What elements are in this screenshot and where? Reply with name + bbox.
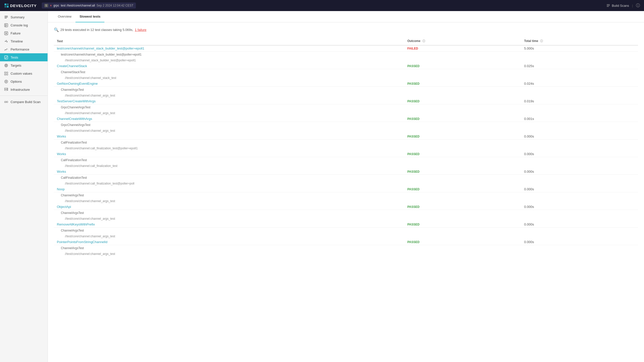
svg-point-34 xyxy=(7,90,8,90)
test-class: GrpcChannelArgsTest xyxy=(57,106,90,109)
test-name-link[interactable]: Works xyxy=(57,152,66,156)
outcome-cell: PASSED xyxy=(404,98,521,104)
outcome-cell: PASSED xyxy=(404,221,521,228)
table-row: WorksPASSED0.000s xyxy=(54,169,638,175)
outcome-info-icon[interactable]: ⓘ xyxy=(422,39,425,43)
sidebar-item-infrastructure[interactable]: Infrastructure xyxy=(0,85,48,94)
table-row-path: //test/core/channel:channel_args_test xyxy=(54,216,638,221)
summary-icon xyxy=(4,15,8,19)
test-class-cell: ChannelStackTest xyxy=(54,69,638,75)
sidebar-item-failure[interactable]: Failure xyxy=(0,29,48,37)
tab-count: 5 xyxy=(44,4,48,7)
failure-link[interactable]: 1 failure xyxy=(135,28,146,32)
time-cell: 5.000s xyxy=(521,45,638,52)
test-name-link[interactable]: RemoveAllKeysWithPrefix xyxy=(57,222,95,226)
test-name-link[interactable]: Noop xyxy=(57,187,65,191)
table-row: test/core/channel/channel_stack_builder_… xyxy=(54,45,638,52)
table-row: ChannelCreateWithArgsPASSED0.001s xyxy=(54,116,638,122)
sidebar-label-tests: Tests xyxy=(11,56,18,59)
svg-point-30 xyxy=(6,81,7,82)
sidebar-item-options[interactable]: Options xyxy=(0,77,48,85)
sidebar-item-console-log[interactable]: Console log xyxy=(0,21,48,29)
test-name-cell: test/core/channel/channel_stack_builder_… xyxy=(54,45,404,52)
svg-point-19 xyxy=(6,40,7,41)
outcome-cell: PASSED xyxy=(404,133,521,140)
outcome-cell: PASSED xyxy=(404,151,521,157)
sidebar-item-timeline[interactable]: Timeline xyxy=(0,37,48,45)
test-name-link[interactable]: TestServerCreateWithArgs xyxy=(57,99,96,103)
test-name-cell: CreateChannelStack xyxy=(54,63,404,69)
sidebar-item-targets[interactable]: Targets xyxy=(0,61,48,69)
test-class-cell: ChannelArgsTest xyxy=(54,192,638,198)
svg-rect-8 xyxy=(5,17,8,17)
test-path: //test/core/channel_stack_builder_test@p… xyxy=(57,59,136,62)
tab-overview[interactable]: Overview xyxy=(54,11,75,22)
test-name-link[interactable]: Works xyxy=(57,134,66,138)
test-name-link[interactable]: test/core/channel/channel_stack_builder_… xyxy=(57,47,144,50)
svg-point-36 xyxy=(6,101,8,103)
tab-close-icon[interactable]: × xyxy=(50,4,52,8)
table-row-path: //test/core/channel:call_finalization_te… xyxy=(54,163,638,169)
table-row-class: ChannelStackTest xyxy=(54,69,638,75)
table-row: ObjectApiPASSED0.000s xyxy=(54,204,638,210)
test-table: Test Outcome ⓘ Total time ⓘ test/core/ch… xyxy=(54,37,638,257)
svg-point-18 xyxy=(5,41,6,42)
sidebar-item-custom-values[interactable]: Custom values xyxy=(0,69,48,77)
test-path: //test/core/channel:channel_args_test xyxy=(57,217,115,220)
svg-point-24 xyxy=(6,65,6,66)
test-name-cell: PointerPointsFromStringChannelId xyxy=(54,239,404,245)
test-path-cell: //test/core/channel_stack_builder_test@p… xyxy=(54,57,638,63)
content-area: Overview Slowest tests 🔍 29 tests execut… xyxy=(48,11,644,362)
logo-icon xyxy=(4,3,9,8)
svg-rect-27 xyxy=(5,74,6,75)
time-cell: 0.000s xyxy=(521,204,638,210)
outcome-cell: PASSED xyxy=(404,204,521,210)
sidebar-label-compare: Compare Build Scan xyxy=(11,100,41,104)
svg-rect-9 xyxy=(5,18,7,18)
test-path-cell: //test/core/channel:call_finalization_te… xyxy=(54,180,638,186)
main-content: 🔍 29 tests executed in 12 test classes t… xyxy=(48,22,644,262)
test-class: test/core/channel/channel_stack_builder_… xyxy=(57,53,142,56)
test-name-link[interactable]: ChannelCreateWithArgs xyxy=(57,117,92,121)
table-row-path: //test/core/channel:channel_args_test xyxy=(54,93,638,98)
time-cell: 0.019s xyxy=(521,98,638,104)
sidebar-item-tests[interactable]: Tests xyxy=(0,53,48,61)
test-class-cell: CallFinalizationTest xyxy=(54,175,638,181)
targets-icon xyxy=(4,63,8,67)
test-name-link[interactable]: ObjectApi xyxy=(57,205,71,209)
test-name-link[interactable]: PointerPointsFromStringChannelId xyxy=(57,240,107,244)
sidebar-item-compare-build-scan[interactable]: Compare Build Scan xyxy=(0,98,48,106)
test-path-cell: //test/core/channel:channel_args_test xyxy=(54,110,638,116)
svg-rect-28 xyxy=(7,74,8,75)
outcome-cell: PASSED xyxy=(404,116,521,122)
test-name-link[interactable]: GetNonOwningEventEngine xyxy=(57,82,98,85)
test-class: ChannelArgsTest xyxy=(57,246,84,250)
svg-rect-2 xyxy=(5,6,6,8)
outcome-badge: PASSED xyxy=(407,82,419,85)
build-tab[interactable]: 5 × grpc test //test/core/channel:all Se… xyxy=(42,3,136,9)
help-icon[interactable]: ⓘ xyxy=(636,3,640,8)
build-scans-button[interactable]: Build Scans xyxy=(606,4,629,8)
sidebar-item-summary[interactable]: Summary xyxy=(0,13,48,21)
sub-nav: Overview Slowest tests xyxy=(48,11,644,22)
sidebar: Summary Console log Failure Timeline Per… xyxy=(0,11,48,362)
time-cell: 0.000s xyxy=(521,239,638,245)
summary-search-icon: 🔍 xyxy=(54,27,59,32)
test-name-link[interactable]: Works xyxy=(57,170,66,173)
sidebar-item-performance[interactable]: Performance xyxy=(0,45,48,53)
sidebar-label-performance: Performance xyxy=(11,48,29,51)
table-row-class: CallFinalizationTest xyxy=(54,157,638,163)
test-class: CallFinalizationTest xyxy=(57,176,87,179)
test-name-link[interactable]: CreateChannelStack xyxy=(57,64,87,68)
tests-icon xyxy=(4,55,8,59)
test-path: //test/core/channel:call_finalization_te… xyxy=(57,164,117,168)
time-cell: 0.000s xyxy=(521,221,638,228)
outcome-badge: PASSED xyxy=(407,100,419,103)
table-row-path: //test/core/channel:channel_args_test xyxy=(54,128,638,133)
tab-command: test //test/core/channel:all xyxy=(61,4,95,7)
outcome-cell: PASSED xyxy=(404,169,521,175)
failure-icon xyxy=(4,31,8,35)
time-info-icon[interactable]: ⓘ xyxy=(540,39,543,43)
test-path-cell: //test/core/channel:channel_args_test xyxy=(54,128,638,133)
tab-slowest-tests[interactable]: Slowest tests xyxy=(75,11,104,22)
